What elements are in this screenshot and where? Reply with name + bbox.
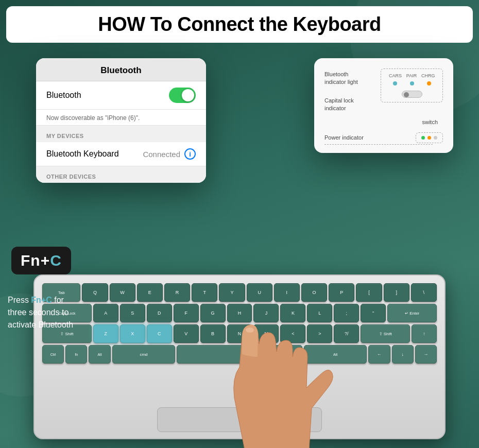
other-devices-section: OTHER DEVICES xyxy=(36,166,206,183)
discoverable-text: Now discoverable as "iPhone (6)". xyxy=(46,114,140,122)
bluetooth-toggle-row: Bluetooth xyxy=(36,81,206,110)
info-icon[interactable]: i xyxy=(184,148,196,160)
pair-label: PAIR xyxy=(406,73,417,78)
key-c: C xyxy=(147,324,172,343)
svg-point-0 xyxy=(246,328,254,333)
key-a: A xyxy=(93,304,118,322)
pair-led xyxy=(410,81,414,85)
press-instruction: Press Fn+C for three seconds to activate… xyxy=(8,294,73,331)
fnc-box: Fn+C xyxy=(11,247,71,274)
device-status-area: Connected i xyxy=(143,148,196,160)
key-lbracket: [ xyxy=(356,283,382,302)
key-q: Q xyxy=(82,283,108,302)
key-up: ↑ xyxy=(412,324,437,343)
switch-knob xyxy=(404,92,409,97)
device-name: Bluetooth Keyboard xyxy=(46,149,119,159)
hand-area xyxy=(193,254,348,448)
key-quote: " xyxy=(361,304,386,322)
key-e: E xyxy=(137,283,163,302)
key-d: D xyxy=(147,304,172,322)
dialog-title: Bluetooth xyxy=(100,65,141,75)
page-title: HOW To Connect the Keyboard xyxy=(98,13,381,35)
content-area: Tab Q W E R T Y U I O P [ ] \ Cap xyxy=(0,48,479,448)
key-backslash: \ xyxy=(411,283,437,302)
key-left: ← xyxy=(368,345,390,364)
power-indicator-label: Power indicator xyxy=(324,134,364,141)
press-text: Press Fn+C for three seconds to activate… xyxy=(8,294,73,331)
fnc-label: Fn+C xyxy=(21,252,62,269)
mini-switch xyxy=(402,91,422,98)
my-devices-header: MY DEVICES xyxy=(36,126,206,142)
hand-svg xyxy=(193,254,348,448)
main-container: HOW To Connect the Keyboard Tab Q W E R … xyxy=(0,0,479,448)
fnc-highlight: Fn+C xyxy=(31,296,52,304)
key-enter: ↵ Enter xyxy=(387,304,437,322)
bluetooth-dialog: Bluetooth Bluetooth Now discoverable as … xyxy=(36,58,206,183)
c-part: C xyxy=(50,252,62,269)
indicator-diagram: Bluetoothindicator light Capital lockind… xyxy=(324,68,443,145)
switch-label-row: switch xyxy=(324,117,438,126)
chrg-led xyxy=(427,81,431,85)
power-led-1 xyxy=(421,136,425,140)
indicator-panel: Bluetoothindicator light Capital lockind… xyxy=(314,58,453,153)
key-right: → xyxy=(415,345,437,364)
power-indicator-row: Power indicator xyxy=(324,132,443,143)
dialog-header: Bluetooth xyxy=(36,58,206,81)
key-fn: fn xyxy=(65,345,87,364)
switch-container xyxy=(386,91,437,98)
cars-label: CARS xyxy=(389,73,402,78)
toggle-knob xyxy=(182,89,194,101)
power-led-box xyxy=(416,132,443,143)
discoverable-row: Now discoverable as "iPhone (6)". xyxy=(36,110,206,126)
cars-led xyxy=(393,81,397,85)
key-w: W xyxy=(110,283,135,302)
switch-label: switch xyxy=(422,119,438,125)
key-r: R xyxy=(164,283,190,302)
key-cmd: cmd xyxy=(112,345,176,364)
key-rshift: ⇧ Shift xyxy=(361,324,410,343)
key-z: Z xyxy=(93,324,118,343)
my-devices-label: MY DEVICES xyxy=(46,133,84,139)
key-s: S xyxy=(120,304,145,322)
bluetooth-label: Bluetooth xyxy=(46,91,81,100)
chrg-label: CHRG xyxy=(421,73,435,78)
power-led-2 xyxy=(427,136,431,140)
other-devices-label: OTHER DEVICES xyxy=(46,174,96,180)
led-box: CARS PAIR CHRG xyxy=(381,68,443,102)
fn-part: Fn+ xyxy=(21,252,50,269)
left-labels: Bluetoothindicator light Capital lockind… xyxy=(324,68,381,113)
key-alt-l: Alt xyxy=(89,345,110,364)
power-dashed-line xyxy=(324,144,433,145)
key-rbracket: ] xyxy=(384,283,409,302)
device-status-text: Connected xyxy=(143,150,180,159)
key-ctrl: Ctrl xyxy=(42,345,64,364)
power-led-3 xyxy=(434,136,437,140)
key-x: X xyxy=(120,324,145,343)
dialog-body: Bluetooth Now discoverable as "iPhone (6… xyxy=(36,81,206,183)
bluetooth-toggle[interactable] xyxy=(169,88,196,103)
capital-lock-label: Capital lockindicator xyxy=(324,97,381,113)
key-down: ↓ xyxy=(392,345,414,364)
bluetooth-indicator-label: Bluetoothindicator light xyxy=(324,71,381,87)
keyboard-device-row[interactable]: Bluetooth Keyboard Connected i xyxy=(36,142,206,166)
